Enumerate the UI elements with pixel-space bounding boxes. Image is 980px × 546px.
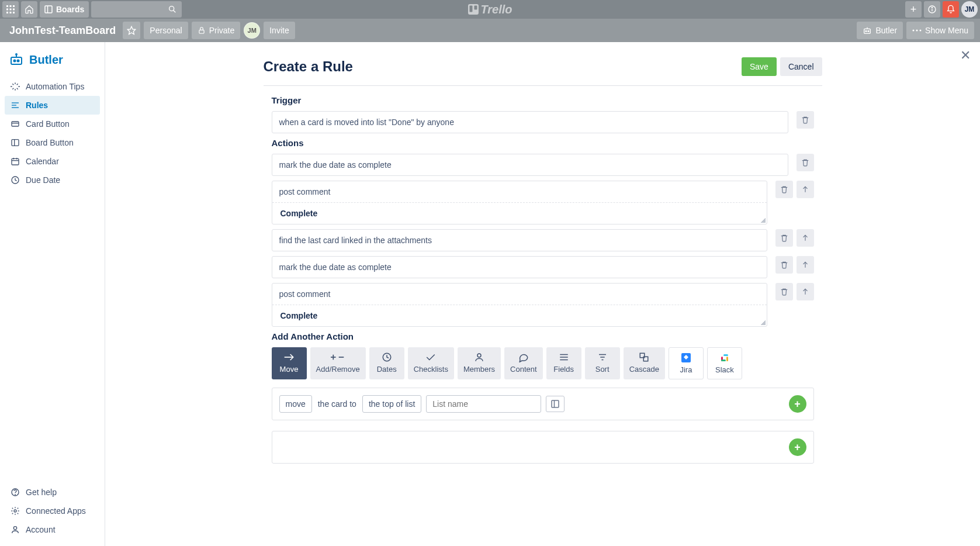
search-input[interactable] <box>91 1 182 18</box>
sidebar-item-card-button[interactable]: Card Button <box>5 115 100 133</box>
builder-list-input[interactable] <box>426 395 541 413</box>
action-text: post comment <box>272 181 767 202</box>
sidebar-item-label: Automation Tips <box>26 82 84 91</box>
action-text: mark the due date as complete <box>272 257 767 278</box>
speech-icon <box>518 352 529 362</box>
svg-point-30 <box>18 60 19 62</box>
tab-label: Jira <box>680 365 692 374</box>
svg-rect-38 <box>12 140 19 146</box>
boards-button[interactable]: Boards <box>40 1 89 18</box>
trigger-text: when a card is moved into list "Done" by… <box>272 112 788 133</box>
show-menu-button[interactable]: Show Menu <box>906 22 974 39</box>
invite-button[interactable]: Invite <box>264 22 295 39</box>
sidebar-item-label: Connected Apps <box>26 506 86 516</box>
tab-dates[interactable]: Dates <box>369 347 404 379</box>
sidebar-item-help[interactable]: Get help <box>5 483 100 502</box>
team-visibility-label: Personal <box>150 26 182 35</box>
lines-icon <box>559 352 569 362</box>
tab-slack[interactable]: Slack <box>707 347 742 379</box>
sidebar-item-calendar[interactable]: Calendar <box>5 152 100 171</box>
tab-move[interactable]: Move <box>272 347 307 379</box>
svg-point-58 <box>477 354 481 357</box>
board-title[interactable]: JohnTest-TeamBoard <box>6 25 119 37</box>
team-visibility-button[interactable]: Personal <box>144 22 188 39</box>
svg-rect-3 <box>6 9 8 11</box>
tab-label: Add/Remove <box>316 365 360 374</box>
tab-add-remove[interactable]: Add/Remove <box>310 347 366 379</box>
sidebar-item-automation-tips[interactable]: Automation Tips <box>5 77 100 96</box>
tab-cascade[interactable]: Cascade <box>624 347 665 379</box>
svg-point-18 <box>931 7 932 8</box>
trash-icon <box>780 185 788 193</box>
robot-icon <box>9 53 23 67</box>
delete-action-button[interactable] <box>775 229 793 247</box>
main-content: ✕ Create a Rule Save Cancel Trigger when… <box>105 42 980 546</box>
star-button[interactable] <box>123 22 140 39</box>
delete-trigger-button[interactable] <box>797 111 814 129</box>
action-subvalue[interactable]: Complete <box>272 305 767 326</box>
tab-content[interactable]: Content <box>504 347 543 379</box>
tab-label: Checklists <box>414 365 448 374</box>
board-header: JohnTest-TeamBoard Personal Private JM I… <box>0 19 980 42</box>
member-avatar[interactable]: JM <box>244 22 260 39</box>
action-subvalue[interactable]: Complete <box>272 202 767 224</box>
save-button[interactable]: Save <box>742 57 777 76</box>
star-icon <box>127 26 136 35</box>
action-category-tabs: Move Add/Remove Dates Checklists Members… <box>272 347 814 379</box>
info-button[interactable] <box>924 1 940 18</box>
svg-point-27 <box>920 30 922 32</box>
user-avatar[interactable]: JM <box>961 1 978 18</box>
builder-board-picker[interactable] <box>546 396 565 412</box>
action-text: find the last card linked in the attachm… <box>272 230 767 251</box>
dots-icon <box>912 29 922 32</box>
move-up-button[interactable] <box>797 256 814 274</box>
builder-position[interactable]: the top of list <box>362 395 421 413</box>
sidebar-item-board-button[interactable]: Board Button <box>5 133 100 152</box>
tab-checklists[interactable]: Checklists <box>408 347 454 379</box>
action-builder-next: + <box>272 431 814 464</box>
sidebar-item-label: Board Button <box>26 138 74 147</box>
private-button[interactable]: Private <box>192 22 241 39</box>
trash-icon <box>780 234 788 242</box>
sidebar-item-label: Card Button <box>26 119 70 129</box>
add-action-heading: Add Another Action <box>272 331 814 341</box>
builder-verb[interactable]: move <box>279 395 312 413</box>
tab-label: Members <box>463 365 495 374</box>
tab-members[interactable]: Members <box>458 347 501 379</box>
delete-action-button[interactable] <box>775 256 793 274</box>
svg-rect-15 <box>474 6 477 10</box>
card-icon <box>11 119 20 129</box>
notifications-button[interactable] <box>943 1 959 18</box>
svg-rect-69 <box>723 354 728 356</box>
delete-action-button[interactable] <box>797 154 814 171</box>
action-box: find the last card linked in the attachm… <box>272 229 767 251</box>
tab-jira[interactable]: Jira <box>669 347 704 379</box>
apps-button[interactable] <box>2 1 19 18</box>
sidebar-item-due-date[interactable]: Due Date <box>5 171 100 189</box>
move-up-button[interactable] <box>797 283 814 300</box>
add-action-confirm[interactable]: + <box>789 395 806 413</box>
check-icon <box>425 352 436 362</box>
add-action-confirm[interactable]: + <box>789 438 806 456</box>
tab-fields[interactable]: Fields <box>546 347 581 379</box>
cascade-icon <box>639 352 649 362</box>
svg-point-47 <box>14 510 16 512</box>
svg-rect-71 <box>721 360 726 361</box>
delete-action-button[interactable] <box>775 283 793 300</box>
add-button[interactable]: + <box>905 1 922 18</box>
butler-header-button[interactable]: Butler <box>857 22 903 39</box>
move-up-button[interactable] <box>797 181 814 198</box>
tab-sort[interactable]: Sort <box>585 347 620 379</box>
move-up-button[interactable] <box>797 229 814 247</box>
sidebar-item-rules[interactable]: Rules <box>5 96 100 115</box>
arrow-up-icon <box>801 185 809 193</box>
home-button[interactable] <box>21 1 37 18</box>
cancel-button[interactable]: Cancel <box>780 57 822 76</box>
sidebar-item-account[interactable]: Account <box>5 520 100 539</box>
sort-icon <box>597 352 608 362</box>
delete-action-button[interactable] <box>775 181 793 198</box>
svg-point-26 <box>916 30 918 32</box>
close-button[interactable]: ✕ <box>960 48 971 63</box>
sidebar-item-connected-apps[interactable]: Connected Apps <box>5 502 100 520</box>
sidebar-item-label: Account <box>26 525 56 534</box>
